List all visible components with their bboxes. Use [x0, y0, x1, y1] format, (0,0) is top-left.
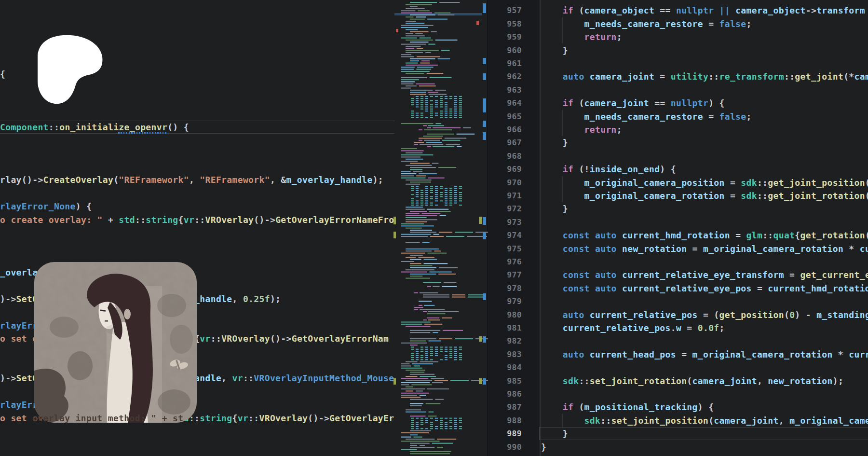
code-line[interactable]: }	[541, 441, 546, 454]
code-token: nullptr	[671, 98, 708, 108]
code-token: cu	[860, 244, 868, 254]
line-number[interactable]: 988	[488, 414, 522, 427]
code-token: 0.25f	[243, 294, 270, 304]
code-line[interactable]: if (!inside_on_end) {	[563, 163, 676, 176]
minimap[interactable]	[393, 0, 488, 456]
code-token: false	[719, 111, 746, 122]
code-line[interactable]: m_needs_camera_restore = false;	[584, 110, 752, 123]
code-token: vr	[238, 413, 248, 423]
line-number[interactable]: 968	[488, 150, 522, 163]
line-number[interactable]: 972	[488, 202, 522, 215]
line-number[interactable]: 978	[488, 282, 522, 295]
line-number[interactable]: 974	[488, 229, 522, 242]
line-number[interactable]: 960	[488, 44, 522, 57]
line-number[interactable]: 967	[488, 136, 522, 149]
code-line[interactable]: m_needs_camera_restore = false;	[584, 17, 752, 30]
code-line[interactable]: }	[563, 202, 568, 215]
code-line[interactable]: return;	[584, 30, 622, 43]
code-token: camera_joint	[692, 376, 757, 386]
code-token: () {	[167, 122, 189, 132]
line-number[interactable]: 962	[488, 70, 522, 83]
code-line[interactable]: rlay()->CreateOverlay("REFramework", "RE…	[0, 173, 383, 186]
artwork-sketch	[34, 262, 197, 423]
code-token: m_overlay_handle	[286, 175, 372, 185]
line-number[interactable]: 975	[488, 242, 522, 255]
code-token: *	[833, 349, 849, 359]
code-token: const	[563, 283, 590, 293]
code-line[interactable]: const auto current_hmd_rotation = glm::q…	[563, 229, 868, 242]
code-token: }	[563, 138, 568, 148]
code-token	[617, 230, 622, 240]
line-number[interactable]: 981	[488, 321, 522, 334]
line-number[interactable]: 963	[488, 83, 522, 97]
line-number[interactable]: 976	[488, 255, 522, 268]
line-number[interactable]: 970	[488, 176, 522, 189]
line-number[interactable]: 964	[488, 97, 522, 110]
code-token: const	[563, 270, 590, 280]
vscode-editor-area: { "palette": { "k": "#569cd6", "c": "#c5…	[0, 0, 868, 456]
code-token: cam	[854, 71, 868, 82]
code-line[interactable]: }	[563, 136, 568, 149]
code-line[interactable]: rlayError_None) {	[0, 200, 92, 213]
indent-guide-col0	[540, 0, 541, 456]
line-number[interactable]: 986	[488, 387, 522, 401]
code-line[interactable]: }	[563, 427, 568, 440]
code-line[interactable]: auto camera_joint = utility::re_transfor…	[563, 70, 868, 83]
code-line[interactable]: _overla	[0, 266, 38, 279]
line-number[interactable]: 977	[488, 268, 522, 281]
line-number[interactable]: 959	[488, 30, 522, 43]
line-number[interactable]: 979	[488, 295, 522, 308]
line-number[interactable]: 990	[488, 441, 522, 454]
line-number[interactable]: 982	[488, 334, 522, 347]
line-number[interactable]: 973	[488, 216, 522, 229]
code-line[interactable]: m_original_camera_rotation = sdk::get_jo…	[584, 189, 868, 202]
line-number[interactable]: 957	[488, 4, 522, 17]
line-number[interactable]: 984	[488, 361, 522, 374]
line-number[interactable]: 966	[488, 123, 522, 136]
code-token: ::	[135, 215, 146, 225]
code-token: ::	[784, 71, 795, 82]
code-token: string	[200, 413, 232, 423]
code-line[interactable]: sdk::set_joint_rotation(camera_joint, ne…	[563, 374, 843, 387]
code-line[interactable]: const auto current_relative_eye_pos = cu…	[563, 282, 868, 295]
line-number[interactable]: 971	[488, 189, 522, 202]
code-token: (	[573, 402, 584, 412]
line-number[interactable]: 958	[488, 17, 522, 30]
code-line[interactable]: auto current_head_pos = m_original_camer…	[563, 348, 868, 361]
code-line[interactable]: const auto current_relative_eye_transfor…	[563, 268, 868, 281]
code-line[interactable]: current_relative_pos.w = 0.0f;	[563, 321, 725, 334]
code-line[interactable]: return;	[584, 123, 622, 136]
line-number[interactable]: 980	[488, 308, 522, 321]
line-number[interactable]: 985	[488, 374, 522, 387]
code-token: ::	[762, 230, 773, 240]
code-token: Component	[0, 122, 49, 132]
code-line[interactable]: if (camera_object == nullptr || camera_o…	[563, 4, 865, 17]
code-token: current_relative_pos	[590, 310, 698, 320]
code-token: get_joint_rotation	[768, 191, 865, 201]
code-token	[590, 244, 595, 254]
code-line[interactable]: if (camera_joint == nullptr) {	[563, 97, 725, 110]
code-token: CreateOverlay	[43, 175, 114, 185]
line-number[interactable]: 983	[488, 348, 522, 361]
code-token: m_original_camera_rotation	[703, 244, 843, 254]
line-number[interactable]: 961	[488, 57, 522, 70]
code-token: {	[232, 413, 238, 423]
code-line[interactable]: const auto new_rotation = m_original_cam…	[563, 242, 868, 255]
code-line[interactable]: if (m_positional_tracking) {	[563, 401, 714, 414]
line-number[interactable]: 987	[488, 401, 522, 414]
code-line[interactable]: m_original_camera_position = sdk::get_jo…	[584, 176, 868, 189]
code-token: );	[270, 294, 281, 304]
code-token: ) {	[698, 402, 714, 412]
code-token: }	[563, 45, 568, 55]
code-line[interactable]: auto current_relative_pos = (get_positio…	[563, 308, 868, 321]
right-editor-pane[interactable]: 957if (camera_object == nullptr || camer…	[488, 0, 868, 456]
code-token: camera_object	[584, 5, 655, 15]
line-number[interactable]: 989	[488, 427, 522, 440]
code-line[interactable]: }	[563, 44, 568, 57]
line-number[interactable]: 969	[488, 163, 522, 176]
code-line[interactable]: {	[0, 68, 5, 81]
line-number[interactable]: 965	[488, 110, 522, 123]
code-token: auto	[563, 349, 584, 359]
code-line[interactable]: o create overlay: " + std::string{vr::VR…	[0, 213, 394, 226]
code-line[interactable]: sdk::set_joint_position(camera_joint, m_…	[584, 414, 868, 427]
